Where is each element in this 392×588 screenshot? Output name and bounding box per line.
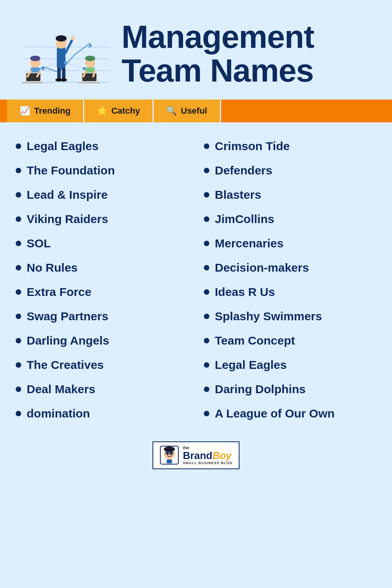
bullet-icon xyxy=(16,265,21,270)
bullet-icon xyxy=(16,411,21,416)
brandboy-logo-icon xyxy=(160,445,179,465)
content-area: Legal Eagles The Foundation Lead & Inspi… xyxy=(0,122,392,434)
list-item: No Rules xyxy=(16,256,188,280)
bullet-icon xyxy=(204,216,209,222)
tab-catchy[interactable]: ⭐ Catchy xyxy=(84,100,154,122)
header-illustration xyxy=(12,12,114,96)
list-item: Legal Eagles xyxy=(16,134,188,158)
trending-icon: 📈 xyxy=(20,106,30,116)
useful-label: Useful xyxy=(181,106,207,116)
list-item: SOL xyxy=(16,231,188,256)
list-item: Ideas R Us xyxy=(204,280,376,304)
bullet-icon xyxy=(16,338,21,343)
list-item: Daring Dolphins xyxy=(204,377,376,401)
svg-point-13 xyxy=(60,78,67,82)
list-item: JimCollins xyxy=(204,207,376,231)
bullet-icon xyxy=(16,289,21,295)
svg-rect-27 xyxy=(78,82,100,83)
bullet-icon xyxy=(204,289,209,295)
right-accent xyxy=(221,100,392,122)
tabs-bar: 📈 Trending ⭐ Catchy 🔍 Useful xyxy=(0,100,392,122)
list-item: Decision-makers xyxy=(204,256,376,280)
list-item: Lead & Inspire xyxy=(16,183,188,207)
svg-line-8 xyxy=(65,39,73,53)
bullet-icon xyxy=(204,411,209,416)
bullet-icon xyxy=(204,143,209,149)
bullet-icon xyxy=(204,241,209,246)
bullet-icon xyxy=(16,143,21,149)
bullet-icon xyxy=(16,168,21,173)
list-item: Crimson Tide xyxy=(204,134,376,158)
bullet-icon xyxy=(16,314,21,319)
list-item: Swag Partners xyxy=(16,304,188,328)
logo-text: the BrandBoy Small Business Blog xyxy=(183,445,233,465)
right-column: Crimson Tide Defenders Blasters JimColli… xyxy=(204,134,376,426)
svg-line-31 xyxy=(65,63,84,69)
bullet-icon xyxy=(16,216,21,222)
list-item: Splashy Swimmers xyxy=(204,304,376,328)
svg-point-32 xyxy=(42,67,45,70)
list-item: Viking Raiders xyxy=(16,207,188,231)
svg-point-34 xyxy=(83,67,86,70)
catchy-icon: ⭐ xyxy=(97,106,107,116)
page-wrapper: Management Team Names 📈 Trending ⭐ Catch… xyxy=(0,0,392,481)
bullet-icon xyxy=(204,168,209,173)
svg-rect-10 xyxy=(57,68,61,80)
list-item: A League of Our Own xyxy=(204,401,376,426)
bullet-icon xyxy=(16,387,21,392)
svg-point-15 xyxy=(30,56,40,61)
list-item: The Creatives xyxy=(16,353,188,377)
list-item: Team Concept xyxy=(204,328,376,353)
svg-point-38 xyxy=(166,452,168,454)
bullet-icon xyxy=(204,192,209,198)
bullet-icon xyxy=(204,387,209,392)
svg-rect-11 xyxy=(62,68,65,80)
bullet-icon xyxy=(204,265,209,270)
bullet-icon xyxy=(16,362,21,368)
svg-rect-5 xyxy=(57,47,65,69)
bullet-icon xyxy=(204,338,209,343)
svg-point-37 xyxy=(164,446,175,452)
svg-rect-19 xyxy=(22,82,43,83)
trending-label: Trending xyxy=(34,106,71,116)
list-item: Legal Eagles xyxy=(204,353,376,377)
page-title: Management Team Names xyxy=(122,20,380,87)
svg-rect-43 xyxy=(167,459,172,463)
bullet-icon xyxy=(204,362,209,368)
left-accent xyxy=(0,100,7,122)
list-item: Blasters xyxy=(204,183,376,207)
svg-point-39 xyxy=(170,452,172,454)
tab-useful[interactable]: 🔍 Useful xyxy=(154,100,221,122)
list-item: Darling Angels xyxy=(16,328,188,353)
list-item: Deal Makers xyxy=(16,377,188,401)
list-item: Mercenaries xyxy=(204,231,376,256)
logo-sub-text: Small Business Blog xyxy=(183,461,233,465)
svg-point-9 xyxy=(71,36,75,40)
footer: the BrandBoy Small Business Blog xyxy=(0,434,392,481)
list-item: domination xyxy=(16,401,188,426)
brandboy-logo: the BrandBoy Small Business Blog xyxy=(152,441,240,469)
tab-trending[interactable]: 📈 Trending xyxy=(7,100,84,122)
bullet-icon xyxy=(204,314,209,319)
header-title: Management Team Names xyxy=(114,20,380,87)
logo-brand-text: BrandBoy xyxy=(183,450,233,461)
list-item: Extra Force xyxy=(16,280,188,304)
list-item: Defenders xyxy=(204,158,376,183)
useful-icon: 🔍 xyxy=(166,106,177,116)
catchy-label: Catchy xyxy=(111,106,140,116)
list-item: The Foundation xyxy=(16,158,188,183)
svg-point-23 xyxy=(85,56,95,61)
bullet-icon xyxy=(16,192,21,198)
bullet-icon xyxy=(16,241,21,246)
header: Management Team Names xyxy=(0,0,392,100)
left-column: Legal Eagles The Foundation Lead & Inspi… xyxy=(16,134,188,426)
svg-point-7 xyxy=(56,35,67,42)
svg-point-33 xyxy=(64,61,67,64)
list-grid: Legal Eagles The Foundation Lead & Inspi… xyxy=(16,134,376,426)
